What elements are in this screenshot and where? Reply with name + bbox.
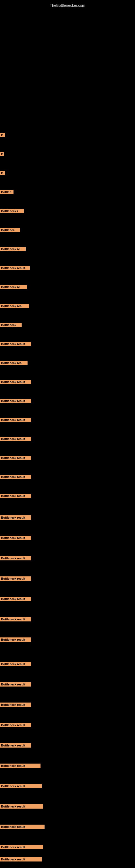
bottleneck-result-bar[interactable]: Bottleneck [0, 323, 21, 327]
bottleneck-result-bar[interactable]: Bottleneck result [0, 342, 31, 346]
bottleneck-result-bar[interactable]: Bottleneck result [0, 703, 31, 707]
bottleneck-result-bar[interactable]: Bottlen [0, 190, 13, 194]
bottleneck-result-bar[interactable]: Bottleneck result [0, 536, 31, 540]
bottleneck-result-bar[interactable]: Bottleneck result [0, 418, 31, 422]
bottleneck-result-bar[interactable]: Bottleneck result [0, 494, 31, 498]
bottleneck-result-bar[interactable]: Bottleneck result [0, 556, 31, 560]
bottleneck-result-bar[interactable]: Bottleneck r [0, 209, 24, 213]
bottleneck-result-bar[interactable]: B [0, 171, 5, 175]
bottleneck-result-bar[interactable]: B [0, 133, 5, 137]
bottleneck-result-bar[interactable]: Bottleneck re [0, 247, 26, 251]
bottleneck-result-bar[interactable]: Bottlenec [0, 228, 20, 232]
bottleneck-result-bar[interactable]: Bottleneck result [0, 682, 31, 686]
bottleneck-result-bar[interactable]: Bottleneck res [0, 361, 28, 365]
bottleneck-result-bar[interactable]: Bottleneck result [0, 662, 31, 666]
bottleneck-result-bar[interactable]: Bottleneck result [0, 764, 41, 768]
bottleneck-result-bar[interactable]: Bottleneck result [0, 638, 31, 642]
bottleneck-result-bar[interactable]: Bottleneck result [0, 723, 31, 727]
bottleneck-result-bar[interactable]: Bottleneck res [0, 304, 29, 308]
bottleneck-result-bar[interactable]: Bottleneck result [0, 399, 31, 403]
bottleneck-result-bar[interactable]: B [0, 152, 4, 156]
bottleneck-result-bar[interactable]: Bottleneck result [0, 266, 30, 270]
bottleneck-result-bar[interactable]: Bottleneck result [0, 456, 31, 460]
bottleneck-result-bar[interactable]: Bottleneck result [0, 804, 43, 809]
bottleneck-result-bar[interactable]: Bottleneck result [0, 784, 42, 788]
bottleneck-result-bar[interactable]: Bottleneck result [0, 845, 43, 849]
bottleneck-result-bar[interactable]: Bottleneck result [0, 380, 31, 384]
bottleneck-result-bar[interactable]: Bottleneck result [0, 516, 31, 520]
bottleneck-result-bar[interactable]: Bottleneck result [0, 577, 31, 581]
bottleneck-result-bar[interactable]: Bottleneck result [0, 475, 31, 479]
bottleneck-result-bar[interactable]: Bottleneck result [0, 597, 31, 601]
bottleneck-result-bar[interactable]: Bottleneck result [0, 825, 45, 829]
bottleneck-result-bar[interactable]: Bottleneck result [0, 617, 31, 621]
bottleneck-result-bar[interactable]: Bottleneck re [0, 285, 27, 289]
site-title: TheBottlenecker.com [0, 1, 135, 10]
bottleneck-result-bar[interactable]: Bottleneck result [0, 857, 42, 862]
bottleneck-result-bar[interactable]: Bottleneck result [0, 743, 31, 748]
bottleneck-result-bar[interactable]: Bottleneck result [0, 437, 31, 441]
